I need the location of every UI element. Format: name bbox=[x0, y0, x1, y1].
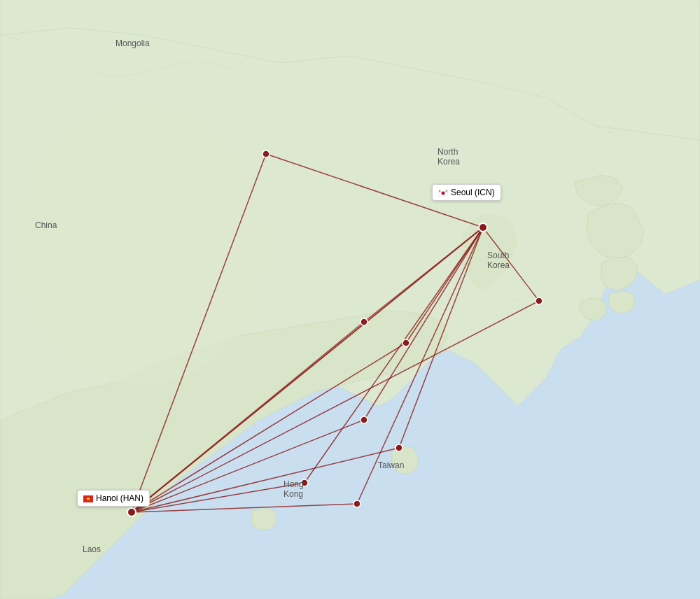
svg-point-1 bbox=[14, 105, 266, 385]
svg-point-26 bbox=[536, 297, 542, 304]
map-svg bbox=[0, 0, 700, 599]
svg-point-22 bbox=[360, 416, 368, 423]
svg-point-21 bbox=[402, 339, 410, 346]
svg-point-27 bbox=[479, 223, 487, 232]
svg-point-28 bbox=[127, 508, 136, 516]
svg-point-20 bbox=[360, 318, 368, 325]
svg-point-24 bbox=[301, 479, 308, 486]
svg-point-19 bbox=[262, 150, 270, 157]
svg-point-23 bbox=[396, 444, 402, 451]
svg-point-25 bbox=[354, 500, 360, 507]
map-container: Mongolia China NorthKorea SouthKorea Tai… bbox=[0, 0, 700, 599]
